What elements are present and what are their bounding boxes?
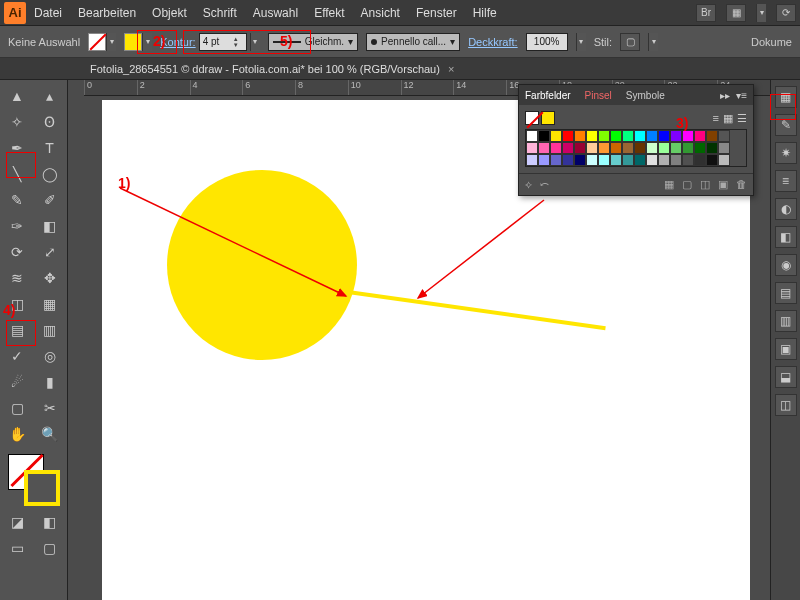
yellow-circle-shape[interactable]	[167, 170, 357, 360]
swatch-cell[interactable]	[586, 142, 598, 154]
selection-tool[interactable]: ▲	[2, 84, 32, 108]
swatch-cell[interactable]	[682, 130, 694, 142]
swatch-cell[interactable]	[574, 154, 586, 166]
slice-tool[interactable]: ✂	[35, 396, 65, 420]
swatch-cell[interactable]	[550, 130, 562, 142]
swatch-cell[interactable]	[562, 142, 574, 154]
swatch-cell[interactable]	[658, 142, 670, 154]
stroke-weight-input[interactable]: 4 pt▲▼	[199, 33, 247, 51]
screen-mode-icon[interactable]: ▢	[35, 536, 65, 560]
shape-builder-tool[interactable]: ◫	[2, 292, 32, 316]
transform-panel-icon[interactable]: ⬓	[775, 366, 797, 388]
swatch-cell[interactable]	[586, 130, 598, 142]
swatch-cell[interactable]	[598, 154, 610, 166]
swatch-kind-icon[interactable]: ⤺	[540, 178, 549, 191]
gradient-mode-icon[interactable]: ◧	[35, 510, 65, 534]
delete-swatch-icon[interactable]: 🗑	[736, 178, 747, 191]
tab-close-icon[interactable]: ×	[448, 63, 454, 75]
width-tool[interactable]: ≋	[2, 266, 32, 290]
swatch-grid[interactable]	[525, 129, 747, 167]
swatch-cell[interactable]	[610, 142, 622, 154]
style-dd[interactable]: ▾	[648, 33, 658, 51]
fill-dd[interactable]: ▾	[106, 33, 116, 51]
swatch-cell[interactable]	[574, 130, 586, 142]
swatch-cell[interactable]	[622, 142, 634, 154]
menu-effekt[interactable]: Effekt	[314, 6, 344, 20]
menu-schrift[interactable]: Schrift	[203, 6, 237, 20]
swatch-cell[interactable]	[562, 130, 574, 142]
pencil-tool[interactable]: ✐	[35, 188, 65, 212]
panel-menu-icon[interactable]: ▾≡	[736, 90, 747, 101]
arrange-docs-dd[interactable]: ▾	[756, 4, 766, 22]
swatch-cell[interactable]	[610, 130, 622, 142]
pathfinder-panel-icon[interactable]: ◫	[775, 394, 797, 416]
layers-panel-icon[interactable]: ▥	[775, 310, 797, 332]
swatch-cell[interactable]	[646, 142, 658, 154]
swatches-panel[interactable]: Farbfelder Pinsel Symbole ▸▸ ▾≡ ≡ ▦ ☰ ⟡ …	[518, 84, 754, 196]
swatch-cell[interactable]	[718, 142, 730, 154]
swatch-cell[interactable]	[562, 154, 574, 166]
tab-pinsel[interactable]: Pinsel	[585, 90, 612, 101]
swatch-cell[interactable]	[706, 142, 718, 154]
menu-fenster[interactable]: Fenster	[416, 6, 457, 20]
style-swatch[interactable]: ▢	[620, 33, 640, 51]
draw-mode-icon[interactable]: ▭	[2, 536, 32, 560]
hand-tool[interactable]: ✋	[2, 422, 32, 446]
swatch-cell[interactable]	[718, 154, 730, 166]
swatch-cell[interactable]	[526, 130, 538, 142]
swatch-cell[interactable]	[634, 154, 646, 166]
paintbrush-tool[interactable]: ✎	[2, 188, 32, 212]
magic-wand-tool[interactable]: ✧	[2, 110, 32, 134]
opacity-value[interactable]: 100%	[526, 33, 568, 51]
direct-selection-tool[interactable]: ▴	[35, 84, 65, 108]
tab-farbfelder[interactable]: Farbfelder	[525, 90, 571, 101]
thumb-view-icon[interactable]: ▦	[723, 112, 733, 125]
swatch-cell[interactable]	[574, 142, 586, 154]
panel-collapse-icon[interactable]: ▸▸	[720, 90, 730, 101]
swatch-cell[interactable]	[538, 130, 550, 142]
doc-setup-btn[interactable]: Dokume	[751, 36, 792, 48]
menu-ansicht[interactable]: Ansicht	[361, 6, 400, 20]
graphic-styles-panel-icon[interactable]: ▤	[775, 282, 797, 304]
stroke-weight-dd[interactable]: ▾	[250, 33, 260, 51]
tab-symbole[interactable]: Symbole	[626, 90, 665, 101]
swatch-options-icon[interactable]: ▦	[664, 178, 674, 191]
swatch-cell[interactable]	[550, 154, 562, 166]
fill-swatch-group[interactable]: ▾	[88, 33, 116, 51]
swatch-cell[interactable]	[694, 154, 706, 166]
fill-swatch[interactable]	[88, 33, 106, 51]
zoom-tool[interactable]: 🔍	[35, 422, 65, 446]
opacity-dd[interactable]: ▾	[576, 33, 586, 51]
menu-bearbeiten[interactable]: Bearbeiten	[78, 6, 136, 20]
swatch-cell[interactable]	[610, 154, 622, 166]
swatch-cell[interactable]	[670, 130, 682, 142]
swatch-cell[interactable]	[682, 142, 694, 154]
blob-brush-tool[interactable]: ✑	[2, 214, 32, 238]
swatch-lib-icon[interactable]: ⟡	[525, 178, 532, 191]
eraser-tool[interactable]: ◧	[35, 214, 65, 238]
arrange-docs-icon[interactable]: ▦	[726, 4, 746, 22]
swatch-cell[interactable]	[706, 130, 718, 142]
stroke-indicator[interactable]	[24, 470, 60, 506]
lasso-tool[interactable]: ʘ	[35, 110, 65, 134]
appearance-panel-icon[interactable]: ◉	[775, 254, 797, 276]
swatch-cell[interactable]	[670, 154, 682, 166]
fill-stroke-indicator[interactable]	[6, 452, 62, 504]
pen-tool[interactable]: ✒	[2, 136, 32, 160]
swatch-cell[interactable]	[670, 142, 682, 154]
swatch-cell[interactable]	[526, 154, 538, 166]
type-tool[interactable]: T	[35, 136, 65, 160]
new-swatch-icon[interactable]: ◫	[700, 178, 710, 191]
swatch-cell[interactable]	[646, 154, 658, 166]
perspective-tool[interactable]: ▦	[35, 292, 65, 316]
stroke-swatch[interactable]	[124, 33, 142, 51]
symbol-sprayer-tool[interactable]: ☄	[2, 370, 32, 394]
menu-auswahl[interactable]: Auswahl	[253, 6, 298, 20]
swatch-cell[interactable]	[682, 154, 694, 166]
swatch-cell[interactable]	[646, 130, 658, 142]
swatch-cell[interactable]	[538, 154, 550, 166]
yellow-line-shape[interactable]	[348, 290, 606, 330]
swatch-cell[interactable]	[550, 142, 562, 154]
swatch-cell[interactable]	[658, 154, 670, 166]
gradient-panel-icon[interactable]: ◐	[775, 198, 797, 220]
